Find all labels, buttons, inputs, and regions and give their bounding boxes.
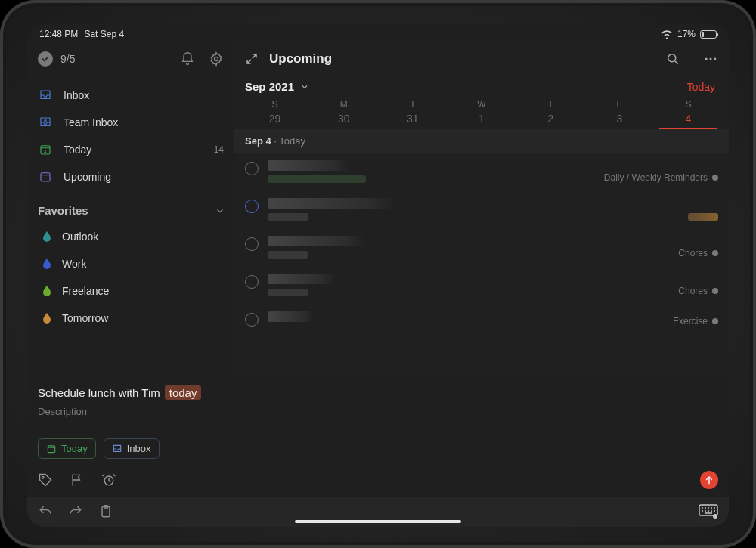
task-checkbox[interactable] xyxy=(245,200,259,213)
svg-rect-9 xyxy=(48,445,54,452)
inbox-icon xyxy=(38,88,53,102)
project-color-dot xyxy=(712,250,718,256)
project-color-dot xyxy=(712,175,718,181)
day-section-date: Sep 4 xyxy=(245,135,271,147)
dow-tue: T xyxy=(378,99,447,110)
day-30[interactable]: 30 xyxy=(309,113,378,125)
svg-point-7 xyxy=(710,58,712,60)
redo-icon[interactable] xyxy=(68,504,83,519)
nav-today[interactable]: 4 Today 14 xyxy=(32,136,230,163)
dow-wed: W xyxy=(447,99,516,110)
tag-icon[interactable] xyxy=(38,472,53,488)
drop-icon xyxy=(42,259,51,269)
chevron-down-icon xyxy=(300,82,309,91)
submit-button[interactable] xyxy=(700,471,718,489)
wifi-icon xyxy=(661,29,673,39)
task-title-redacted xyxy=(268,274,336,284)
gear-icon[interactable] xyxy=(209,51,224,67)
nav-team-inbox[interactable]: Team Inbox xyxy=(32,109,230,136)
day-31[interactable]: 31 xyxy=(378,113,447,125)
favorites-header-label: Favorites xyxy=(38,204,88,217)
svg-point-5 xyxy=(668,54,676,62)
project-chip[interactable]: Inbox xyxy=(104,438,160,459)
week-header: S M T W T F S xyxy=(234,96,729,110)
battery-pct: 17% xyxy=(677,29,696,39)
task-checkbox[interactable] xyxy=(245,313,259,327)
task-title-redacted xyxy=(268,160,351,171)
day-3[interactable]: 3 xyxy=(585,113,654,125)
favorite-tomorrow[interactable]: Tomorrow xyxy=(32,305,230,332)
task-title-redacted xyxy=(268,198,396,209)
undo-icon[interactable] xyxy=(38,504,53,519)
day-2[interactable]: 2 xyxy=(516,113,585,125)
search-icon[interactable] xyxy=(665,51,680,67)
day-section-header: Sep 4 · Today xyxy=(234,129,729,153)
divider xyxy=(686,503,686,520)
day-29[interactable]: 29 xyxy=(240,113,309,125)
task-checkbox[interactable] xyxy=(245,237,259,251)
alarm-icon[interactable] xyxy=(101,472,116,488)
svg-point-6 xyxy=(705,58,708,60)
progress-count: 9/5 xyxy=(60,53,75,65)
text-cursor xyxy=(206,384,206,397)
task-row[interactable]: Daily / Weekly Reminders xyxy=(234,153,729,190)
more-icon[interactable] xyxy=(703,51,718,67)
favorite-freelance-label: Freelance xyxy=(62,285,109,297)
task-subtitle-redacted xyxy=(268,251,308,259)
task-row[interactable]: Exercise xyxy=(234,304,729,334)
keyboard-icon[interactable] xyxy=(699,504,718,519)
clipboard-icon[interactable] xyxy=(98,504,113,519)
task-project-label: Chores xyxy=(678,248,708,259)
task-checkbox[interactable] xyxy=(245,275,259,289)
task-subtitle-redacted xyxy=(268,289,308,296)
favorite-outlook[interactable]: Outlook xyxy=(32,223,230,250)
task-row[interactable]: Chores xyxy=(234,228,729,266)
nav-upcoming[interactable]: Upcoming xyxy=(32,163,230,190)
day-4[interactable]: 4 xyxy=(654,113,723,125)
battery-icon xyxy=(700,30,717,39)
quick-add-sheet: Schedule lunch with Tim today Descriptio… xyxy=(27,373,729,527)
dow-mon: M xyxy=(309,99,378,110)
task-title-redacted xyxy=(268,236,366,246)
calendar-icon xyxy=(38,170,53,184)
task-subtitle-redacted xyxy=(268,213,308,221)
daynum-row: 29 30 31 1 2 3 4 xyxy=(234,110,729,129)
day-1[interactable]: 1 xyxy=(447,113,516,125)
task-row[interactable] xyxy=(234,190,729,228)
favorite-tomorrow-label: Tomorrow xyxy=(62,312,108,324)
svg-point-10 xyxy=(42,476,44,478)
task-project-label: Daily / Weekly Reminders xyxy=(604,172,708,183)
expand-icon[interactable] xyxy=(245,52,259,66)
task-name-input[interactable]: Schedule lunch with Tim today xyxy=(38,384,718,400)
drop-icon xyxy=(42,231,51,242)
arrow-up-icon xyxy=(704,475,714,485)
project-color-dot xyxy=(712,288,718,294)
month-picker[interactable]: Sep 2021 xyxy=(245,80,309,93)
svg-point-8 xyxy=(714,58,716,60)
nav-inbox-label: Inbox xyxy=(64,89,89,101)
nav-today-label: Today xyxy=(64,144,91,156)
favorites-header[interactable]: Favorites xyxy=(27,195,234,221)
team-inbox-icon xyxy=(38,116,53,129)
home-indicator[interactable] xyxy=(295,520,461,523)
date-chip[interactable]: Today xyxy=(38,438,96,459)
favorite-outlook-label: Outlook xyxy=(62,231,98,243)
favorite-freelance[interactable]: Freelance xyxy=(32,277,230,305)
project-color-dot xyxy=(712,318,718,324)
drop-icon xyxy=(42,313,51,324)
task-checkbox[interactable] xyxy=(245,162,259,175)
productivity-button[interactable]: 9/5 xyxy=(38,51,75,67)
calendar-icon xyxy=(46,444,57,454)
flag-icon[interactable] xyxy=(70,472,85,488)
task-row[interactable]: Chores xyxy=(234,266,729,304)
nav-inbox[interactable]: Inbox xyxy=(32,82,230,109)
task-description-input[interactable]: Description xyxy=(38,406,718,417)
bell-icon[interactable] xyxy=(180,51,195,67)
chevron-down-icon xyxy=(215,206,225,216)
favorite-work[interactable]: Work xyxy=(32,250,230,277)
parsed-date-chip[interactable]: today xyxy=(165,385,202,400)
svg-point-1 xyxy=(45,120,46,122)
dow-thu: T xyxy=(516,99,585,110)
today-link[interactable]: Today xyxy=(687,81,715,93)
svg-rect-14 xyxy=(699,505,717,515)
